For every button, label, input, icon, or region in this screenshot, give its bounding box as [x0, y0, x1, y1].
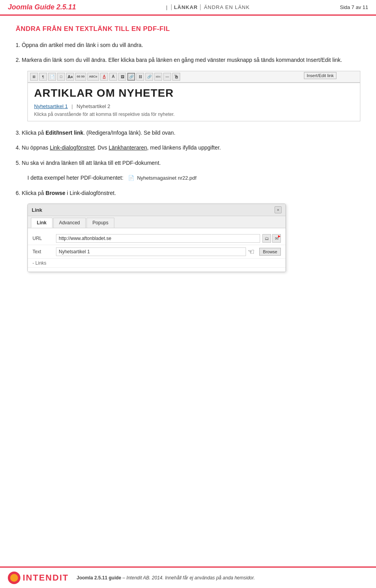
- dialog-links-label: - Links: [28, 259, 286, 268]
- step-3-num: 3.: [16, 130, 20, 136]
- footer-guide-text: Joomla 2.5.11 guide: [76, 575, 121, 581]
- header-navigation: | LÄNKAR ÄNDRA EN LÄNK: [166, 4, 250, 10]
- footer-brand: INTENDIT: [23, 573, 69, 583]
- pdf-icon: 📄 Nyhetsmagasinet nr22.pdf: [128, 175, 197, 181]
- nav-sep1: |: [166, 4, 168, 10]
- article-note: Klicka på ovanstående för att komma till…: [34, 112, 354, 117]
- logo-inner: [10, 574, 18, 582]
- dialog-close-button[interactable]: ×: [275, 206, 282, 213]
- step-2-num: 2.: [16, 57, 20, 63]
- url-label: URL: [33, 236, 56, 241]
- step-4-link1: Link-dialogfönstret: [50, 144, 94, 151]
- text-input[interactable]: [56, 247, 246, 256]
- step-4-text: Nu öppnas Link-dialogfönstret. Dvs Länkh…: [22, 144, 221, 151]
- toolbar-btn-link3: 🔗: [145, 73, 153, 81]
- logo-circle: [8, 572, 20, 584]
- section-heading: ÄNDRA FRÅN EN TEXTLÄNK TILL EN PDF-FIL: [16, 25, 360, 33]
- pdf-example: I detta exempel heter PDF-dokumentet: 📄 …: [27, 173, 360, 182]
- article-preview-box: ARTIKLAR OM NYHETER Nyhetsartikel 1 | Ny…: [27, 83, 360, 121]
- footer-company: Intendit AB. 2014.: [127, 575, 164, 581]
- main-content: ÄNDRA FRÅN EN TEXTLÄNK TILL EN PDF-FIL 1…: [0, 16, 376, 566]
- guide-title: Joomla Guide 2.5.11: [8, 3, 76, 11]
- tab-link[interactable]: Link: [31, 218, 52, 228]
- step-6-text: Klicka på Browse i Link-dialogfönstret.: [22, 190, 116, 196]
- step-3-text: Klicka på Edit/Insert link. (Redigera/In…: [22, 130, 175, 136]
- dialog-title: Link: [32, 207, 42, 213]
- cursor-hand-icon: ☞: [248, 247, 255, 256]
- dialog-url-row: URL 🗂 ✉ ▶: [28, 232, 286, 245]
- step-4-num: 4.: [16, 144, 20, 151]
- toolbar-screenshot: ⊞ ¶ 📄 □ Aa 66 99 ABCe A A 🖼 🔗 ⛓ 🔗 abc — …: [27, 71, 360, 121]
- url-icon-buttons: 🗂 ✉ ▶: [262, 234, 281, 243]
- nav-current: ÄNDRA EN LÄNK: [204, 4, 250, 10]
- step-1-text: Öppna din artikel med din länk i som du …: [22, 42, 143, 48]
- dialog-body: URL 🗂 ✉ ▶ Text ☞ Browse: [28, 228, 286, 272]
- toolbar-btn-doc1: 📄: [48, 73, 56, 81]
- browse-button[interactable]: Browse: [259, 248, 281, 256]
- page-number: Sida 7 av 11: [340, 4, 368, 10]
- joomla-label: Joomla Guide 2.5.11: [8, 3, 76, 11]
- toolbar-btn-img: 🖼: [118, 73, 126, 81]
- step-6: 6. Klicka på Browse i Link-dialogfönstre…: [16, 189, 360, 197]
- toolbar-btn-link2: ⛓: [136, 73, 144, 81]
- page-header: Joomla Guide 2.5.11 | LÄNKAR ÄNDRA EN LÄ…: [0, 0, 376, 16]
- toolbar-btn-link[interactable]: 🔗: [127, 73, 135, 81]
- toolbar-btn-abc: abc: [154, 73, 162, 81]
- footer-copyright-text: Innehåll får ej användas på anda hemsido…: [165, 575, 255, 581]
- toolbar: ⊞ ¶ 📄 □ Aa 66 99 ABCe A A 🖼 🔗 ⛓ 🔗 abc — …: [27, 71, 360, 83]
- tab-advanced[interactable]: Advanced: [53, 218, 86, 228]
- article-preview-title: ARTIKLAR OM NYHETER: [34, 87, 354, 99]
- toolbar-btn-table: ⊞: [30, 73, 38, 81]
- pdf-label: I detta exempel heter PDF-dokumentet:: [27, 175, 123, 181]
- url-clear-icon[interactable]: ✉ ▶: [272, 234, 281, 243]
- dialog-titlebar: Link ×: [28, 204, 286, 216]
- pdf-file-icon: 📄: [128, 175, 134, 181]
- toolbar-btn-6699: 66 99: [75, 73, 86, 81]
- url-browse-icon[interactable]: 🗂: [262, 234, 271, 243]
- bottom-spacer: [16, 278, 360, 396]
- step-3-bold: Edit/Insert link: [45, 130, 83, 136]
- footer-sep: –: [123, 575, 127, 581]
- dialog-text-row: Text ☞ Browse: [28, 245, 286, 259]
- footer-text: Joomla 2.5.11 guide – Intendit AB. 2014.…: [76, 575, 255, 581]
- article-link-1[interactable]: Nyhetsartikel 1: [34, 103, 68, 109]
- step-4-link2: Länkhanteraren: [108, 144, 147, 151]
- step-1: 1. Öppna din artikel med din länk i som …: [16, 41, 360, 49]
- toolbar-btn-mouse: 🖱: [172, 73, 180, 81]
- step-6-num: 6.: [16, 190, 20, 196]
- link-dialog: Link × Link Advanced Popups URL 🗂 ✉ ▶: [27, 204, 286, 272]
- step-2: 2. Markera din länk som du vill ändra. E…: [16, 56, 360, 64]
- toolbar-btn-abce: ABCe: [87, 73, 99, 81]
- text-label: Text: [33, 249, 56, 254]
- insert-edit-tooltip: Insert/Edit link: [304, 72, 336, 79]
- toolbar-btn-dash: —: [163, 73, 171, 81]
- footer-logo: INTENDIT: [8, 572, 69, 584]
- tab-popups[interactable]: Popups: [87, 218, 114, 228]
- link-divider: |: [72, 103, 74, 109]
- toolbar-btn-doc2: □: [57, 73, 65, 81]
- article-link-2: Nyhetsartikel 2: [77, 103, 110, 109]
- step-5-text: Nu ska vi ändra länken till att länka ti…: [22, 160, 161, 166]
- pdf-filename: Nyhetsmagasinet nr22.pdf: [137, 175, 197, 181]
- toolbar-btn-para: ¶: [39, 73, 47, 81]
- nav-links: LÄNKAR: [171, 4, 201, 10]
- step-5-num: 5.: [16, 160, 20, 166]
- step-2-text: Markera din länk som du vill ändra. Elle…: [22, 57, 342, 63]
- step-3: 3. Klicka på Edit/Insert link. (Redigera…: [16, 128, 360, 137]
- page-footer: INTENDIT Joomla 2.5.11 guide – Intendit …: [0, 566, 376, 588]
- toolbar-btn-a-plain: A: [109, 73, 117, 81]
- article-links: Nyhetsartikel 1 | Nyhetsartikel 2: [34, 103, 354, 109]
- url-input[interactable]: [56, 234, 260, 243]
- dialog-tabs: Link Advanced Popups: [28, 216, 286, 228]
- step-5: 5. Nu ska vi ändra länken till att länka…: [16, 159, 360, 167]
- step-6-bold: Browse: [45, 190, 65, 196]
- toolbar-btn-aa: Aa: [66, 73, 74, 81]
- step-4: 4. Nu öppnas Link-dialogfönstret. Dvs Lä…: [16, 143, 360, 152]
- step-1-num: 1.: [16, 42, 20, 48]
- toolbar-btn-a-red: A: [100, 73, 108, 81]
